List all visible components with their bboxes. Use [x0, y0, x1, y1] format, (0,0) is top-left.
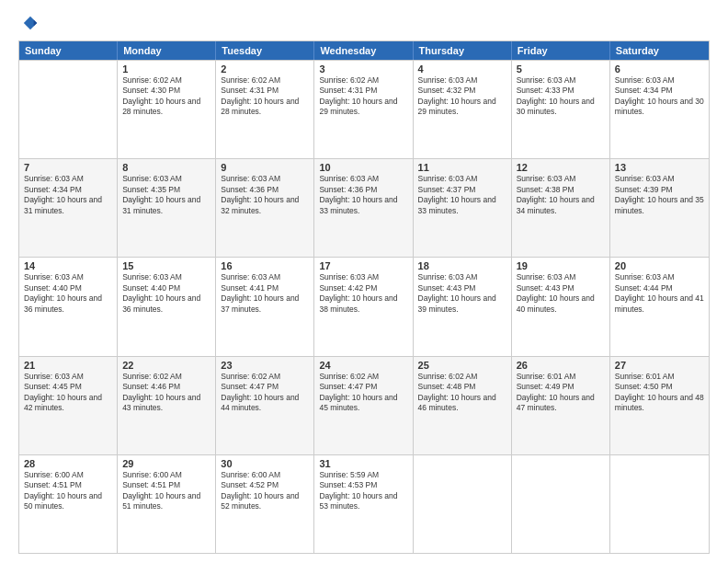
- cell-day-number: 8: [122, 162, 210, 173]
- calendar-cell-26: 26Sunrise: 6:01 AMSunset: 4:49 PMDayligh…: [512, 357, 610, 454]
- calendar-cell-25: 25Sunrise: 6:02 AMSunset: 4:48 PMDayligh…: [414, 357, 512, 454]
- cell-info: Sunrise: 6:00 AMSunset: 4:52 PMDaylight:…: [221, 470, 309, 512]
- cell-info: Sunrise: 6:02 AMSunset: 4:47 PMDaylight:…: [221, 372, 309, 414]
- calendar-cell-3: 3Sunrise: 6:02 AMSunset: 4:31 PMDaylight…: [314, 61, 413, 158]
- cell-day-number: 6: [615, 63, 704, 75]
- calendar: SundayMondayTuesdayWednesdayThursdayFrid…: [18, 40, 710, 554]
- cell-day-number: 14: [24, 260, 112, 271]
- calendar-cell-9: 9Sunrise: 6:03 AMSunset: 4:36 PMDaylight…: [216, 159, 314, 257]
- cell-info: Sunrise: 6:02 AMSunset: 4:48 PMDaylight:…: [418, 372, 506, 414]
- cell-day-number: 27: [615, 360, 704, 371]
- calendar-cell-18: 18Sunrise: 6:03 AMSunset: 4:43 PMDayligh…: [414, 258, 512, 355]
- cell-day-number: 28: [24, 458, 112, 469]
- cell-day-number: 2: [221, 63, 309, 75]
- cell-info: Sunrise: 6:03 AMSunset: 4:42 PMDaylight:…: [319, 272, 407, 315]
- cell-day-number: 26: [517, 360, 605, 371]
- cell-info: Sunrise: 6:03 AMSunset: 4:40 PMDaylight:…: [122, 272, 210, 315]
- calendar-cell-15: 15Sunrise: 6:03 AMSunset: 4:40 PMDayligh…: [118, 258, 216, 355]
- cell-day-number: 18: [418, 260, 506, 271]
- cell-info: Sunrise: 6:03 AMSunset: 4:40 PMDaylight:…: [24, 272, 112, 315]
- calendar-cell-21: 21Sunrise: 6:03 AMSunset: 4:45 PMDayligh…: [19, 357, 118, 454]
- cell-info: Sunrise: 6:00 AMSunset: 4:51 PMDaylight:…: [122, 470, 210, 512]
- cell-info: Sunrise: 6:03 AMSunset: 4:45 PMDaylight:…: [24, 372, 112, 414]
- calendar-cell-24: 24Sunrise: 6:02 AMSunset: 4:47 PMDayligh…: [314, 357, 413, 454]
- cell-info: Sunrise: 6:01 AMSunset: 4:50 PMDaylight:…: [615, 372, 704, 414]
- cell-day-number: 23: [221, 360, 309, 371]
- calendar-cell-19: 19Sunrise: 6:03 AMSunset: 4:43 PMDayligh…: [512, 258, 610, 355]
- logo-area: [18, 15, 42, 31]
- calendar-cell-31: 31Sunrise: 5:59 AMSunset: 4:53 PMDayligh…: [314, 455, 413, 553]
- cell-info: Sunrise: 6:00 AMSunset: 4:51 PMDaylight:…: [24, 470, 112, 512]
- cell-info: Sunrise: 6:03 AMSunset: 4:35 PMDaylight:…: [122, 174, 210, 216]
- cell-day-number: 25: [418, 360, 506, 371]
- cell-day-number: 1: [122, 63, 210, 75]
- cell-info: Sunrise: 6:03 AMSunset: 4:36 PMDaylight:…: [319, 174, 407, 216]
- calendar-cell-14: 14Sunrise: 6:03 AMSunset: 4:40 PMDayligh…: [19, 258, 118, 355]
- calendar-row-3: 21Sunrise: 6:03 AMSunset: 4:45 PMDayligh…: [19, 356, 709, 454]
- calendar-weekday-monday: Monday: [118, 41, 216, 60]
- cell-info: Sunrise: 6:03 AMSunset: 4:44 PMDaylight:…: [615, 272, 704, 315]
- calendar-cell-22: 22Sunrise: 6:02 AMSunset: 4:46 PMDayligh…: [118, 357, 216, 454]
- cell-day-number: 11: [418, 162, 506, 173]
- calendar-weekday-thursday: Thursday: [414, 41, 512, 60]
- calendar-cell-28: 28Sunrise: 6:00 AMSunset: 4:51 PMDayligh…: [19, 455, 118, 553]
- cell-day-number: 13: [615, 162, 704, 173]
- page: SundayMondayTuesdayWednesdayThursdayFrid…: [0, 0, 728, 563]
- cell-info: Sunrise: 6:02 AMSunset: 4:31 PMDaylight:…: [221, 75, 309, 118]
- cell-day-number: 24: [319, 360, 407, 371]
- cell-day-number: 10: [319, 162, 407, 173]
- cell-info: Sunrise: 6:03 AMSunset: 4:41 PMDaylight:…: [221, 272, 309, 315]
- calendar-cell-4: 4Sunrise: 6:03 AMSunset: 4:32 PMDaylight…: [414, 61, 512, 158]
- calendar-cell-17: 17Sunrise: 6:03 AMSunset: 4:42 PMDayligh…: [314, 258, 413, 355]
- calendar-weekday-sunday: Sunday: [19, 41, 118, 60]
- cell-day-number: 31: [319, 458, 407, 469]
- calendar-weekday-tuesday: Tuesday: [216, 41, 314, 60]
- calendar-header-row: SundayMondayTuesdayWednesdayThursdayFrid…: [19, 41, 709, 60]
- cell-day-number: 17: [319, 260, 407, 271]
- calendar-cell-empty: [19, 61, 118, 158]
- cell-info: Sunrise: 6:03 AMSunset: 4:34 PMDaylight:…: [615, 75, 704, 118]
- cell-info: Sunrise: 6:03 AMSunset: 4:43 PMDaylight:…: [418, 272, 506, 315]
- calendar-cell-12: 12Sunrise: 6:03 AMSunset: 4:38 PMDayligh…: [512, 159, 610, 257]
- calendar-weekday-wednesday: Wednesday: [314, 41, 413, 60]
- cell-info: Sunrise: 6:02 AMSunset: 4:46 PMDaylight:…: [122, 372, 210, 414]
- cell-day-number: 30: [221, 458, 309, 469]
- calendar-cell-empty: [414, 455, 512, 553]
- calendar-row-2: 14Sunrise: 6:03 AMSunset: 4:40 PMDayligh…: [19, 257, 709, 355]
- calendar-cell-29: 29Sunrise: 6:00 AMSunset: 4:51 PMDayligh…: [118, 455, 216, 553]
- calendar-cell-20: 20Sunrise: 6:03 AMSunset: 4:44 PMDayligh…: [610, 258, 709, 355]
- calendar-cell-16: 16Sunrise: 6:03 AMSunset: 4:41 PMDayligh…: [216, 258, 314, 355]
- calendar-cell-11: 11Sunrise: 6:03 AMSunset: 4:37 PMDayligh…: [414, 159, 512, 257]
- calendar-cell-27: 27Sunrise: 6:01 AMSunset: 4:50 PMDayligh…: [610, 357, 709, 454]
- calendar-cell-6: 6Sunrise: 6:03 AMSunset: 4:34 PMDaylight…: [610, 61, 709, 158]
- cell-day-number: 15: [122, 260, 210, 271]
- cell-info: Sunrise: 6:01 AMSunset: 4:49 PMDaylight:…: [517, 372, 605, 414]
- header: [18, 15, 710, 31]
- calendar-cell-13: 13Sunrise: 6:03 AMSunset: 4:39 PMDayligh…: [610, 159, 709, 257]
- cell-info: Sunrise: 6:02 AMSunset: 4:30 PMDaylight:…: [122, 75, 210, 118]
- cell-info: Sunrise: 6:03 AMSunset: 4:36 PMDaylight:…: [221, 174, 309, 216]
- cell-info: Sunrise: 6:02 AMSunset: 4:47 PMDaylight:…: [319, 372, 407, 414]
- cell-info: Sunrise: 6:03 AMSunset: 4:43 PMDaylight:…: [517, 272, 605, 315]
- calendar-cell-empty: [610, 455, 709, 553]
- calendar-row-0: 1Sunrise: 6:02 AMSunset: 4:30 PMDaylight…: [19, 60, 709, 158]
- cell-info: Sunrise: 6:02 AMSunset: 4:31 PMDaylight:…: [319, 75, 407, 118]
- cell-day-number: 5: [517, 63, 605, 75]
- calendar-cell-5: 5Sunrise: 6:03 AMSunset: 4:33 PMDaylight…: [512, 61, 610, 158]
- cell-day-number: 12: [517, 162, 605, 173]
- calendar-cell-1: 1Sunrise: 6:02 AMSunset: 4:30 PMDaylight…: [118, 61, 216, 158]
- calendar-row-4: 28Sunrise: 6:00 AMSunset: 4:51 PMDayligh…: [19, 454, 709, 553]
- calendar-cell-7: 7Sunrise: 6:03 AMSunset: 4:34 PMDaylight…: [19, 159, 118, 257]
- calendar-weekday-friday: Friday: [512, 41, 610, 60]
- cell-info: Sunrise: 6:03 AMSunset: 4:37 PMDaylight:…: [418, 174, 506, 216]
- calendar-cell-30: 30Sunrise: 6:00 AMSunset: 4:52 PMDayligh…: [216, 455, 314, 553]
- cell-day-number: 21: [24, 360, 112, 371]
- calendar-cell-8: 8Sunrise: 6:03 AMSunset: 4:35 PMDaylight…: [118, 159, 216, 257]
- cell-info: Sunrise: 6:03 AMSunset: 4:38 PMDaylight:…: [517, 174, 605, 216]
- cell-info: Sunrise: 6:03 AMSunset: 4:32 PMDaylight:…: [418, 75, 506, 118]
- cell-info: Sunrise: 6:03 AMSunset: 4:33 PMDaylight:…: [517, 75, 605, 118]
- calendar-weekday-saturday: Saturday: [610, 41, 709, 60]
- cell-day-number: 4: [418, 63, 506, 75]
- cell-info: Sunrise: 5:59 AMSunset: 4:53 PMDaylight:…: [319, 470, 407, 512]
- cell-day-number: 3: [319, 63, 407, 75]
